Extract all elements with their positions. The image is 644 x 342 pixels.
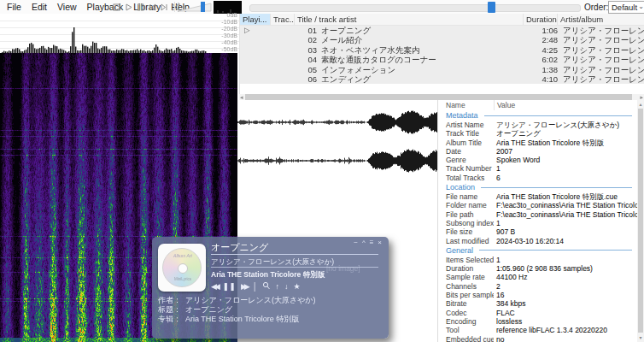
header-name: Name: [438, 100, 494, 110]
popup-album: Aria THE Station Tricolore 特別版: [211, 270, 325, 280]
db-label: 0dB: [227, 12, 237, 18]
fast-forward-icon[interactable]: ▶▶: [241, 282, 248, 291]
table-row[interactable]: 03 ネオ・ベネツィア水先案内 4:25 アリシア・フローレンス(大原さやか) …: [240, 45, 644, 55]
seekbar-handle[interactable]: [488, 2, 495, 13]
playlist-header: Playi... Trac... Title / track artist Du…: [240, 14, 644, 26]
play-icon[interactable]: [123, 1, 134, 13]
prop-row[interactable]: Items Selected1: [438, 256, 638, 264]
prop-row[interactable]: GenreSpoken Word: [438, 156, 638, 164]
column-title[interactable]: Title / track artist: [295, 14, 524, 25]
prop-row[interactable]: Toolreference libFLAC 1.3.4 20220220: [438, 326, 638, 334]
scrollbar-thumb[interactable]: [245, 94, 632, 100]
album-art: Album Art MiniLyrics: [158, 244, 206, 292]
prop-row[interactable]: File size907 B: [438, 227, 638, 236]
prop-row[interactable]: Track Number1: [438, 164, 638, 173]
prop-row[interactable]: CodecFLAC: [438, 309, 638, 317]
horizontal-scrollbar[interactable]: ◂ ▸: [239, 94, 644, 100]
pause-icon[interactable]: [135, 1, 146, 13]
prop-row[interactable]: Encodinglossless: [438, 317, 638, 326]
next-icon[interactable]: [159, 1, 170, 13]
playlist-panel: Playi... Trac... Title / track artist Du…: [239, 14, 644, 94]
prop-row[interactable]: Sample rate44100 Hz: [438, 273, 638, 281]
prop-row[interactable]: Subsong index1: [438, 219, 638, 227]
previous-icon[interactable]: [147, 1, 158, 13]
restore-icon[interactable]: ^: [362, 239, 366, 246]
minilyrics-label: MiniLyrics: [163, 277, 202, 281]
table-row[interactable]: ▷ 01 オープニング 1:06 アリシア・フローレンス(大原さやか) - Ar…: [240, 26, 644, 35]
close-icon[interactable]: ×: [378, 239, 382, 246]
table-row[interactable]: 06 エンディング 4:10 アリシア・フローレンス(大原さやか) - Aria…: [240, 74, 644, 84]
order-label: Order:: [584, 3, 608, 12]
prop-row[interactable]: Last modified2024-03-10 16:20:14: [438, 237, 638, 245]
seekbar[interactable]: [249, 4, 581, 12]
menu-file[interactable]: File: [2, 2, 26, 12]
order-dropdown[interactable]: Default ⌄: [608, 1, 644, 14]
player-window: File Edit View Playback Library Help: [0, 0, 644, 342]
prop-row[interactable]: File nameAria THE Station Tricolore 特別版.…: [438, 192, 638, 201]
transport-buttons: [111, 1, 182, 13]
toolbar: File Edit View Playback Library Help: [0, 0, 644, 14]
db-label: -50dB: [221, 46, 237, 52]
prop-row[interactable]: Date2007: [438, 147, 638, 156]
prop-row[interactable]: Album TitleAria THE Station Tricolore 特別…: [438, 139, 638, 147]
prop-row[interactable]: File pathF:\eac3to_coninass\Aria THE Sta…: [438, 210, 638, 219]
scroll-up-icon[interactable]: ▴: [637, 101, 644, 108]
table-row[interactable]: 04 素敵な通販カタログのコーナー 6:02 アリシア・フローレンス(大原さやか…: [240, 55, 644, 64]
table-row[interactable]: 02 メール紹介 2:48 アリシア・フローレンス(大原さやか) - Aria …: [240, 35, 644, 44]
prop-row[interactable]: Channels2: [438, 282, 638, 291]
column-artist-album[interactable]: Artist/album: [558, 14, 644, 25]
popup-buttons: ◀◀ ❚❚ ▶▶ │ ↑ ↓ ★: [211, 281, 300, 292]
popup-track-info: 作者：アリシア・フローレンス(大原さやか) 标题：オープニング 专辑：Aria …: [158, 296, 316, 324]
spectrum-analyzer: 0dB -10dB -20dB -30dB -40dB -50dB: [0, 14, 239, 53]
order-value: Default: [612, 3, 637, 12]
pause-icon[interactable]: ❚❚: [223, 282, 236, 291]
prop-row[interactable]: Bits per sample16: [438, 291, 638, 299]
db-label: -40dB: [221, 39, 237, 45]
scroll-down-icon[interactable]: ↓: [284, 282, 289, 291]
section-metadata: Metadata: [438, 110, 638, 121]
db-label: -10dB: [221, 19, 237, 25]
album-art-label: Album Art: [163, 253, 202, 258]
minimize-icon[interactable]: −: [354, 239, 358, 246]
search-icon[interactable]: [262, 281, 270, 292]
menu-view[interactable]: View: [52, 2, 82, 12]
menu-edit[interactable]: Edit: [26, 2, 52, 12]
scroll-up-icon[interactable]: ↑: [275, 282, 279, 291]
toolbar-separator: [174, 2, 175, 12]
prop-row[interactable]: Artist Nameアリシア・フローレンス(大原さやか): [438, 121, 638, 129]
no-image-placeholder: [no image]: [326, 264, 360, 273]
stop-icon[interactable]: [111, 1, 122, 13]
section-location: Location: [438, 182, 638, 192]
playing-indicator-icon: ▷: [240, 26, 271, 35]
spectrum-canvas: [0, 14, 239, 53]
scrollbar-thumb[interactable]: [638, 109, 643, 333]
column-track[interactable]: Trac...: [271, 14, 295, 25]
prop-row[interactable]: Total Tracks6: [438, 174, 638, 182]
chevron-down-icon: ⌄: [638, 3, 644, 10]
db-label: -30dB: [221, 32, 237, 38]
prop-row[interactable]: Duration1:05.960 (2 908 836 samples): [438, 264, 638, 273]
popup-titlebar: − ^ ≡ ×: [354, 239, 382, 246]
favorite-star-icon[interactable]: ★: [293, 282, 300, 291]
prop-row[interactable]: Embedded cuesheetno: [438, 335, 638, 342]
table-row[interactable]: 05 インフォメーション 1:38 アリシア・フローレンス(大原さやか) - A…: [240, 65, 644, 74]
divider: │: [253, 282, 258, 291]
prop-row[interactable]: Bitrate384 kbps: [438, 299, 638, 308]
db-label: -20dB: [221, 26, 237, 32]
mini-player-popup[interactable]: − ^ ≡ × Album Art MiniLyrics オープニング アリシア…: [152, 237, 389, 339]
menu-icon[interactable]: ≡: [370, 239, 374, 246]
cd-disc-icon: Album Art MiniLyrics: [162, 248, 202, 287]
scroll-down-icon[interactable]: ▾: [637, 334, 644, 341]
column-playing[interactable]: Playi...: [240, 14, 271, 25]
rewind-icon[interactable]: ◀◀: [211, 282, 218, 291]
properties-header: Name Value: [438, 100, 638, 110]
prop-row[interactable]: Track Titleオープニング: [438, 129, 638, 138]
vertical-scrollbar[interactable]: ▴ ▾: [637, 100, 644, 342]
column-duration[interactable]: Duration: [524, 14, 558, 25]
popup-track-title: オープニング: [211, 241, 268, 254]
prop-row[interactable]: Folder nameF:\eac3to_coninass\Aria THE S…: [438, 201, 638, 209]
properties-panel: Name Value Metadata Artist Nameアリシア・フローレ…: [437, 100, 638, 342]
header-value: Value: [494, 100, 638, 110]
section-general: General: [438, 245, 638, 256]
